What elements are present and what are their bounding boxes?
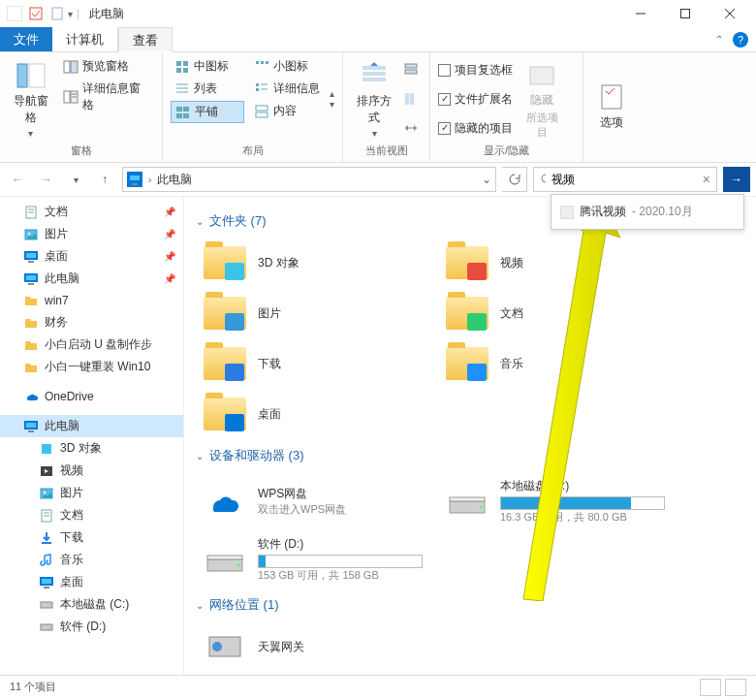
drive-icon <box>202 482 248 521</box>
folder-item[interactable]: 音乐 <box>438 338 680 389</box>
drive-icon <box>39 620 54 635</box>
sidebar-item[interactable]: 3D 对象 <box>0 437 183 460</box>
svg-rect-8 <box>29 64 45 87</box>
pin-icon: 📌 <box>164 273 175 284</box>
ribbon-tabs: 文件 计算机 查看 ⌃ ? <box>0 27 756 52</box>
folder-item[interactable]: 下载 <box>196 338 438 389</box>
view-details-button[interactable] <box>700 679 721 696</box>
sidebar-item[interactable]: 软件 (D:) <box>0 616 183 638</box>
svg-rect-1 <box>30 8 42 19</box>
nav-pane-label: 导航窗格 <box>12 93 49 126</box>
sidebar-item[interactable]: 桌面 📌 <box>0 245 183 268</box>
preview-pane-button[interactable]: 预览窗格 <box>59 56 154 77</box>
devices-section-header[interactable]: ⌄设备和驱动器 (3) <box>196 447 744 464</box>
options-button[interactable]: 选项 <box>591 56 632 156</box>
drive-item[interactable]: WPS网盘双击进入WPS网盘 <box>196 472 438 530</box>
sidebar-item-label: 文档 <box>45 204 68 220</box>
maximize-button[interactable] <box>663 0 708 27</box>
size-columns-icon[interactable] <box>403 120 419 136</box>
details-button[interactable]: 详细信息 <box>250 79 324 99</box>
file-ext-checkbox[interactable]: ✓文件扩展名 <box>438 91 513 108</box>
hide-selected-button[interactable]: 隐藏 所选项目 <box>519 56 565 142</box>
sidebar-item[interactable]: 文档 <box>0 504 183 526</box>
svg-rect-15 <box>176 61 181 66</box>
sidebar-item[interactable]: 下载 <box>0 526 183 549</box>
close-button[interactable] <box>708 0 752 27</box>
sidebar-item[interactable]: 文档 📌 <box>0 201 183 223</box>
sidebar-item[interactable]: 桌面 <box>0 571 183 593</box>
sidebar-item[interactable]: 小白启动 U 盘制作步 <box>0 334 183 356</box>
sidebar-item[interactable]: 此电脑 <box>0 415 183 437</box>
tiles-button[interactable]: 平铺 <box>171 101 244 123</box>
svg-rect-65 <box>42 444 51 454</box>
sidebar-item[interactable]: 图片 📌 <box>0 223 183 245</box>
app-icon <box>7 6 22 21</box>
folder-item[interactable]: 3D 对象 <box>196 238 438 288</box>
svg-rect-60 <box>26 275 36 280</box>
sidebar-item[interactable]: 此电脑 📌 <box>0 268 183 290</box>
up-button[interactable]: ↑ <box>93 168 116 191</box>
add-columns-icon[interactable] <box>403 91 419 107</box>
svg-rect-16 <box>183 61 188 66</box>
svg-point-88 <box>212 642 222 652</box>
network-section-header[interactable]: ⌄网络位置 (1) <box>196 596 744 614</box>
folder-icon <box>23 337 39 353</box>
drive-icon <box>39 597 54 613</box>
svg-rect-34 <box>256 112 268 117</box>
svg-rect-0 <box>7 6 22 21</box>
qat-dropdown-icon[interactable]: ▾ <box>68 9 73 19</box>
folder-item[interactable]: 图片 <box>196 288 438 338</box>
drive-item[interactable]: 本地磁盘 (C:)16.3 GB 可用，共 80.0 GB <box>438 472 680 530</box>
content-button[interactable]: 内容 <box>250 101 324 121</box>
details-pane-button[interactable]: 详细信息窗格 <box>59 79 154 115</box>
navigation-tree[interactable]: 文档 📌 图片 📌 桌面 📌 此电脑 📌 win7 财务 <box>0 197 184 675</box>
nav-pane-button[interactable]: 导航窗格 ▾ <box>8 56 53 142</box>
help-icon[interactable]: ? <box>733 32 748 48</box>
folder-item[interactable]: 桌面 <box>196 389 438 439</box>
search-go-button[interactable]: → <box>723 167 750 192</box>
hidden-items-checkbox[interactable]: ✓隐藏的项目 <box>438 120 513 137</box>
folder-label: 下载 <box>258 356 281 372</box>
forward-button[interactable]: → <box>35 168 58 191</box>
sidebar-item[interactable]: win7 <box>0 290 183 311</box>
address-bar[interactable]: › 此电脑 ⌄ <box>122 167 496 192</box>
sidebar-item[interactable]: 小白一键重装 Win10 <box>0 356 183 378</box>
tab-file[interactable]: 文件 <box>0 27 52 51</box>
address-dropdown-icon[interactable]: ⌄ <box>482 173 491 186</box>
search-suggestion-item[interactable]: 腾讯视频 - 2020.10月 <box>557 201 738 223</box>
refresh-button[interactable] <box>502 167 527 192</box>
sort-button[interactable]: 排序方式▾ <box>351 56 397 142</box>
drive-item[interactable]: 软件 (D:)153 GB 可用，共 158 GB <box>196 530 438 589</box>
sidebar-item-label: 小白一键重装 Win10 <box>45 359 150 375</box>
separator: | <box>77 7 79 20</box>
item-checkboxes-checkbox[interactable]: 项目复选框 <box>438 62 513 79</box>
search-input[interactable] <box>551 173 697 186</box>
minimize-button[interactable] <box>618 0 663 27</box>
search-box[interactable]: × <box>533 167 717 192</box>
clear-search-icon[interactable]: × <box>703 172 710 187</box>
sidebar-item[interactable]: 本地磁盘 (C:) <box>0 593 183 616</box>
sidebar-item[interactable]: 音乐 <box>0 549 183 571</box>
folder-item[interactable]: 视频 <box>438 238 680 288</box>
sidebar-item[interactable]: 财务 <box>0 311 183 334</box>
tab-computer[interactable]: 计算机 <box>52 27 118 51</box>
sidebar-item[interactable]: 图片 <box>0 482 183 504</box>
qat-page-icon[interactable] <box>49 6 65 21</box>
svg-rect-4 <box>681 10 690 18</box>
list-button[interactable]: 列表 <box>171 79 244 99</box>
recent-dropdown[interactable]: ▾ <box>64 168 87 191</box>
small-icons-button[interactable]: 小图标 <box>250 56 324 77</box>
sidebar-item[interactable]: OneDrive <box>0 386 183 407</box>
network-item[interactable]: 天翼网关 <box>196 621 438 672</box>
qat-checkbox-icon[interactable] <box>28 6 44 21</box>
medium-icons-button[interactable]: 中图标 <box>171 56 244 77</box>
tab-view[interactable]: 查看 <box>118 27 173 52</box>
view-large-button[interactable] <box>725 679 746 696</box>
content-area[interactable]: ⌄文件夹 (7) 3D 对象 视频 图片 文档 下载 音乐 桌面⌄设备和驱动器 … <box>184 197 756 675</box>
sidebar-item[interactable]: 视频 <box>0 460 183 482</box>
svg-rect-38 <box>405 64 417 68</box>
folder-item[interactable]: 文档 <box>438 288 680 338</box>
back-button[interactable]: ← <box>6 168 29 191</box>
group-by-icon[interactable] <box>403 62 419 78</box>
ribbon-collapse-icon[interactable]: ⌃ <box>715 34 723 45</box>
